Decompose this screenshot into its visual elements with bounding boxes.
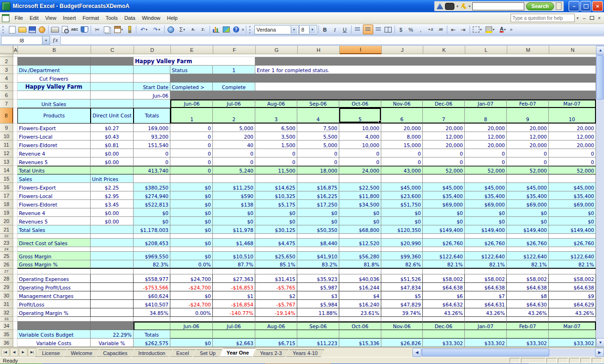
save-button[interactable] xyxy=(27,25,37,34)
cell-C21[interactable] xyxy=(91,225,134,234)
cell-D4[interactable] xyxy=(134,74,170,83)
help-dropdown-icon[interactable]: ▾ xyxy=(575,16,580,20)
cell-B32[interactable]: Operating Margin % xyxy=(17,308,91,317)
cell-M17[interactable]: $35,400 xyxy=(507,191,549,200)
cell-E11[interactable]: 0 xyxy=(170,141,213,149)
cell-E30[interactable]: $0 xyxy=(170,291,213,300)
cell-L24[interactable] xyxy=(465,247,507,252)
cell-K7[interactable]: Dec-06 xyxy=(423,99,465,108)
cell-I33[interactable] xyxy=(339,317,381,322)
cell-C2[interactable] xyxy=(91,57,134,66)
cell-D16[interactable]: $380,250 xyxy=(134,183,170,191)
cell-G19[interactable]: $0 xyxy=(255,208,297,217)
cell-H20[interactable]: $0 xyxy=(297,217,339,225)
cell-I27[interactable] xyxy=(339,269,381,274)
vertical-scroll-thumb[interactable] xyxy=(596,55,604,99)
cell-D31[interactable]: $410,507 xyxy=(134,300,170,308)
sheet-tab-introduction[interactable]: Introduction xyxy=(132,349,172,357)
cell-M7[interactable]: Feb-07 xyxy=(507,99,549,108)
cell-K18[interactable]: $69,000 xyxy=(423,200,465,208)
cell-I7[interactable]: Oct-06 xyxy=(339,99,381,108)
cell-M28[interactable]: $58,002 xyxy=(507,274,549,283)
cell-C15[interactable]: Unit Prices xyxy=(91,174,134,183)
cell-M30[interactable]: $8 xyxy=(507,291,549,300)
cell-N20[interactable]: $0 xyxy=(549,217,596,225)
align-right-button[interactable] xyxy=(374,25,383,34)
font-color-button[interactable]: A▾ xyxy=(497,25,509,34)
cell-F5[interactable]: Complete xyxy=(213,83,255,91)
cut-button[interactable]: ✂ xyxy=(92,25,102,34)
cell-E8[interactable]: 1 xyxy=(170,108,213,124)
cell-I35[interactable] xyxy=(339,330,381,339)
column-header-H[interactable]: H xyxy=(298,46,340,54)
cell-M18[interactable]: $69,000 xyxy=(507,200,549,208)
cell-B7[interactable]: Unit Sales xyxy=(17,99,91,108)
autosum-button[interactable]: Σ▾ xyxy=(176,25,188,34)
cell-F12[interactable]: 0 xyxy=(213,149,255,157)
cell-J34[interactable]: Nov-06 xyxy=(381,322,423,330)
cell-C23[interactable] xyxy=(91,239,134,247)
cell-I11[interactable]: 10,000 xyxy=(339,141,381,149)
cell-D27[interactable] xyxy=(134,269,170,274)
underline-button[interactable]: U xyxy=(340,25,350,34)
horizontal-scroll-thumb[interactable] xyxy=(422,348,549,356)
cell-M24[interactable] xyxy=(507,247,549,252)
cell-E22[interactable] xyxy=(170,234,213,239)
row-header-2[interactable]: 2 xyxy=(0,57,13,66)
vertical-scroll-track[interactable] xyxy=(596,100,604,338)
cell-L31[interactable]: $64,631 xyxy=(465,300,507,308)
cell-F22[interactable] xyxy=(213,234,255,239)
cell-F16[interactable]: $11,250 xyxy=(213,183,255,191)
cell-K19[interactable]: $0 xyxy=(423,208,465,217)
cell-J32[interactable]: 39.74% xyxy=(381,308,423,317)
cell-G15[interactable] xyxy=(255,174,297,183)
cell-G9[interactable]: 6,500 xyxy=(255,124,297,132)
cell-J28[interactable]: $51,526 xyxy=(381,274,423,283)
cell-E19[interactable]: $0 xyxy=(170,208,213,217)
cell-M35[interactable] xyxy=(507,330,549,339)
cell-I26[interactable]: 81.8% xyxy=(339,260,381,269)
cell-J18[interactable]: $51,750 xyxy=(381,200,423,208)
cell-F30[interactable]: $1 xyxy=(213,291,255,300)
cell-H13[interactable]: 0 xyxy=(297,157,339,166)
cell-K26[interactable]: 82.1% xyxy=(423,260,465,269)
cell-I18[interactable]: $34,500 xyxy=(339,200,381,208)
cell-G28[interactable]: $31,415 xyxy=(255,274,297,283)
cell-G7[interactable]: Aug-06 xyxy=(255,99,297,108)
size-dropdown-icon[interactable]: ▾ xyxy=(309,26,316,33)
cell-N15[interactable] xyxy=(549,174,596,183)
scroll-left-button[interactable]: ◀ xyxy=(412,348,421,357)
cell-H24[interactable] xyxy=(297,247,339,252)
cell-M34[interactable]: Feb-07 xyxy=(507,322,549,330)
decrease-indent-button[interactable]: ⇤ xyxy=(449,25,458,34)
cell-A15[interactable] xyxy=(13,174,17,183)
cell-A27[interactable] xyxy=(13,269,17,274)
column-header-A[interactable]: A xyxy=(14,46,18,54)
cell-A24[interactable] xyxy=(13,247,17,252)
cell-J22[interactable] xyxy=(381,234,423,239)
cell-F26[interactable]: 87.7% xyxy=(213,260,255,269)
borders-dropdown-icon[interactable]: ▾ xyxy=(480,28,482,32)
help-button[interactable]: ? xyxy=(231,25,241,34)
cell-K28[interactable]: $58,002 xyxy=(423,274,465,283)
cell-C28[interactable] xyxy=(91,274,134,283)
cell-H31[interactable]: $5,984 xyxy=(297,300,339,308)
cell-G23[interactable]: $4,475 xyxy=(255,239,297,247)
cell-M11[interactable]: 20,000 xyxy=(507,141,549,149)
cell-K24[interactable] xyxy=(423,247,465,252)
cell-L33[interactable] xyxy=(465,317,507,322)
cell-D34[interactable] xyxy=(134,322,170,330)
cell-C33[interactable] xyxy=(91,317,134,322)
paste-button[interactable]: ▾ xyxy=(112,25,125,34)
cell-I28[interactable]: $40,036 xyxy=(339,274,381,283)
cell-C5[interactable] xyxy=(91,83,134,91)
cell-N36[interactable]: $33,302 xyxy=(549,339,596,347)
cell-C18[interactable]: $3.45 xyxy=(91,200,134,208)
cell-G20[interactable]: $0 xyxy=(255,217,297,225)
cell-F24[interactable] xyxy=(213,247,255,252)
cell-B12[interactable]: Revenue 4 xyxy=(17,149,91,157)
cell-B13[interactable]: Revenues 5 xyxy=(17,157,91,166)
cell-A35[interactable] xyxy=(13,330,17,339)
cell-M33[interactable] xyxy=(507,317,549,322)
cell-K13[interactable]: 0 xyxy=(423,157,465,166)
